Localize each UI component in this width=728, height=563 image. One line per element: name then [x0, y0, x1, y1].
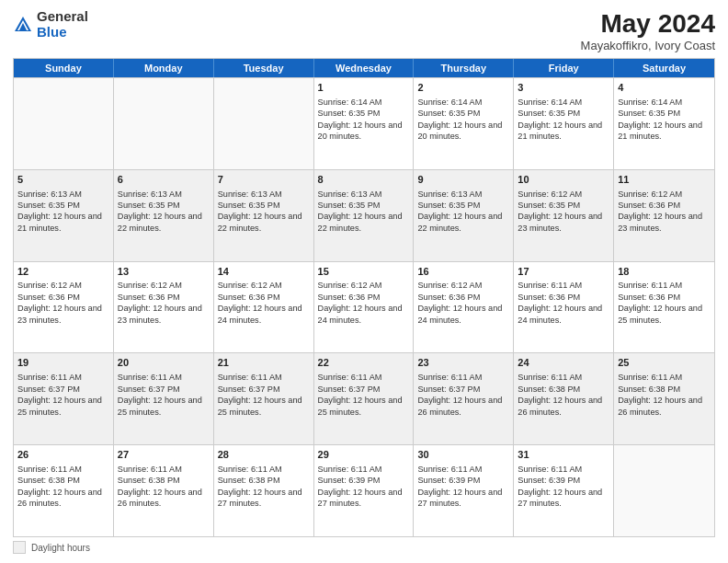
- day-number-2: 2: [417, 81, 509, 95]
- day-number-14: 14: [218, 265, 310, 279]
- day-info-16: Sunrise: 6:12 AM Sunset: 6:36 PM Dayligh…: [417, 281, 502, 324]
- week-row-3: 12Sunrise: 6:12 AM Sunset: 6:36 PM Dayli…: [14, 261, 714, 353]
- day-cell-2: 2Sunrise: 6:14 AM Sunset: 6:35 PM Daylig…: [414, 78, 514, 169]
- day-info-17: Sunrise: 6:11 AM Sunset: 6:36 PM Dayligh…: [518, 281, 602, 324]
- calendar: SundayMondayTuesdayWednesdayThursdayFrid…: [13, 58, 715, 537]
- empty-cell-w0c1: [114, 78, 214, 169]
- month-year: May 2024: [581, 9, 715, 39]
- day-info-29: Sunrise: 6:11 AM Sunset: 6:39 PM Dayligh…: [318, 465, 403, 508]
- day-info-11: Sunrise: 6:12 AM Sunset: 6:36 PM Dayligh…: [618, 190, 702, 233]
- day-number-11: 11: [618, 173, 711, 187]
- day-cell-11: 11Sunrise: 6:12 AM Sunset: 6:36 PM Dayli…: [614, 170, 714, 261]
- day-number-20: 20: [118, 356, 210, 370]
- location: Mayakoffikro, Ivory Coast: [581, 39, 715, 52]
- day-number-17: 17: [518, 265, 609, 279]
- day-info-26: Sunrise: 6:11 AM Sunset: 6:38 PM Dayligh…: [17, 465, 102, 508]
- header: General Blue May 2024 Mayakoffikro, Ivor…: [13, 9, 715, 52]
- day-info-30: Sunrise: 6:11 AM Sunset: 6:39 PM Dayligh…: [417, 465, 502, 508]
- day-info-18: Sunrise: 6:11 AM Sunset: 6:36 PM Dayligh…: [618, 281, 702, 324]
- footer-label: Daylight hours: [31, 543, 90, 553]
- day-cell-20: 20Sunrise: 6:11 AM Sunset: 6:37 PM Dayli…: [114, 353, 214, 444]
- day-cell-7: 7Sunrise: 6:13 AM Sunset: 6:35 PM Daylig…: [214, 170, 314, 261]
- day-info-14: Sunrise: 6:12 AM Sunset: 6:36 PM Dayligh…: [218, 281, 302, 324]
- day-cell-1: 1Sunrise: 6:14 AM Sunset: 6:35 PM Daylig…: [314, 78, 415, 169]
- day-cell-14: 14Sunrise: 6:12 AM Sunset: 6:36 PM Dayli…: [214, 262, 314, 353]
- day-number-27: 27: [118, 448, 210, 462]
- day-cell-25: 25Sunrise: 6:11 AM Sunset: 6:38 PM Dayli…: [614, 353, 714, 444]
- day-number-5: 5: [17, 173, 109, 187]
- day-number-22: 22: [318, 356, 410, 370]
- day-number-10: 10: [518, 173, 609, 187]
- day-cell-24: 24Sunrise: 6:11 AM Sunset: 6:38 PM Dayli…: [514, 353, 614, 444]
- day-cell-17: 17Sunrise: 6:11 AM Sunset: 6:36 PM Dayli…: [514, 262, 614, 353]
- day-number-31: 31: [518, 448, 609, 462]
- day-number-28: 28: [218, 448, 310, 462]
- week-row-5: 26Sunrise: 6:11 AM Sunset: 6:38 PM Dayli…: [14, 444, 714, 536]
- day-info-12: Sunrise: 6:12 AM Sunset: 6:36 PM Dayligh…: [17, 281, 102, 324]
- day-cell-27: 27Sunrise: 6:11 AM Sunset: 6:38 PM Dayli…: [114, 445, 214, 536]
- day-cell-18: 18Sunrise: 6:11 AM Sunset: 6:36 PM Dayli…: [614, 262, 714, 353]
- day-number-3: 3: [518, 81, 609, 95]
- day-cell-16: 16Sunrise: 6:12 AM Sunset: 6:36 PM Dayli…: [414, 262, 514, 353]
- logo-icon: [13, 15, 33, 35]
- col-header-monday: Monday: [114, 59, 214, 77]
- daylight-box: [13, 541, 26, 554]
- day-cell-21: 21Sunrise: 6:11 AM Sunset: 6:37 PM Dayli…: [214, 353, 314, 444]
- col-header-sunday: Sunday: [14, 59, 114, 77]
- day-cell-23: 23Sunrise: 6:11 AM Sunset: 6:37 PM Dayli…: [414, 353, 514, 444]
- day-number-23: 23: [417, 356, 509, 370]
- col-header-friday: Friday: [514, 59, 614, 77]
- calendar-header-row: SundayMondayTuesdayWednesdayThursdayFrid…: [14, 59, 714, 77]
- day-info-8: Sunrise: 6:13 AM Sunset: 6:35 PM Dayligh…: [318, 190, 403, 233]
- empty-cell-w0c0: [14, 78, 114, 169]
- day-cell-29: 29Sunrise: 6:11 AM Sunset: 6:39 PM Dayli…: [314, 445, 415, 536]
- day-info-21: Sunrise: 6:11 AM Sunset: 6:37 PM Dayligh…: [218, 373, 302, 416]
- day-number-15: 15: [318, 265, 410, 279]
- day-info-31: Sunrise: 6:11 AM Sunset: 6:39 PM Dayligh…: [518, 465, 602, 508]
- day-number-26: 26: [17, 448, 109, 462]
- week-row-1: 1Sunrise: 6:14 AM Sunset: 6:35 PM Daylig…: [14, 77, 714, 169]
- logo-general-text: General: [37, 9, 88, 25]
- day-info-5: Sunrise: 6:13 AM Sunset: 6:35 PM Dayligh…: [17, 190, 102, 233]
- day-cell-5: 5Sunrise: 6:13 AM Sunset: 6:35 PM Daylig…: [14, 170, 114, 261]
- footer: Daylight hours: [13, 541, 715, 554]
- day-number-24: 24: [518, 356, 609, 370]
- day-cell-3: 3Sunrise: 6:14 AM Sunset: 6:35 PM Daylig…: [514, 78, 614, 169]
- day-info-1: Sunrise: 6:14 AM Sunset: 6:35 PM Dayligh…: [318, 98, 403, 141]
- day-number-16: 16: [417, 265, 509, 279]
- day-number-18: 18: [618, 265, 711, 279]
- day-cell-28: 28Sunrise: 6:11 AM Sunset: 6:38 PM Dayli…: [214, 445, 314, 536]
- day-info-3: Sunrise: 6:14 AM Sunset: 6:35 PM Dayligh…: [518, 98, 602, 141]
- logo-text: General Blue: [37, 9, 88, 40]
- day-cell-9: 9Sunrise: 6:13 AM Sunset: 6:35 PM Daylig…: [414, 170, 514, 261]
- day-number-4: 4: [618, 81, 711, 95]
- day-info-4: Sunrise: 6:14 AM Sunset: 6:35 PM Dayligh…: [618, 98, 702, 141]
- col-header-thursday: Thursday: [414, 59, 514, 77]
- day-cell-15: 15Sunrise: 6:12 AM Sunset: 6:36 PM Dayli…: [314, 262, 415, 353]
- day-number-21: 21: [218, 356, 310, 370]
- day-number-12: 12: [17, 265, 109, 279]
- day-number-9: 9: [417, 173, 509, 187]
- day-info-27: Sunrise: 6:11 AM Sunset: 6:38 PM Dayligh…: [118, 465, 202, 508]
- day-cell-30: 30Sunrise: 6:11 AM Sunset: 6:39 PM Dayli…: [414, 445, 514, 536]
- day-info-22: Sunrise: 6:11 AM Sunset: 6:37 PM Dayligh…: [318, 373, 403, 416]
- empty-cell-w4c6: [614, 445, 714, 536]
- day-number-29: 29: [318, 448, 410, 462]
- day-info-28: Sunrise: 6:11 AM Sunset: 6:38 PM Dayligh…: [218, 465, 302, 508]
- day-number-6: 6: [118, 173, 210, 187]
- week-row-4: 19Sunrise: 6:11 AM Sunset: 6:37 PM Dayli…: [14, 352, 714, 444]
- page: General Blue May 2024 Mayakoffikro, Ivor…: [0, 0, 728, 563]
- empty-cell-w0c2: [214, 78, 314, 169]
- day-number-7: 7: [218, 173, 310, 187]
- logo: General Blue: [13, 9, 88, 40]
- day-info-15: Sunrise: 6:12 AM Sunset: 6:36 PM Dayligh…: [318, 281, 403, 324]
- day-number-13: 13: [118, 265, 210, 279]
- calendar-body: 1Sunrise: 6:14 AM Sunset: 6:35 PM Daylig…: [14, 77, 714, 536]
- col-header-tuesday: Tuesday: [214, 59, 314, 77]
- day-info-13: Sunrise: 6:12 AM Sunset: 6:36 PM Dayligh…: [118, 281, 202, 324]
- day-info-19: Sunrise: 6:11 AM Sunset: 6:37 PM Dayligh…: [17, 373, 102, 416]
- title-block: May 2024 Mayakoffikro, Ivory Coast: [581, 9, 715, 52]
- day-number-30: 30: [417, 448, 509, 462]
- day-info-6: Sunrise: 6:13 AM Sunset: 6:35 PM Dayligh…: [118, 190, 202, 233]
- day-info-24: Sunrise: 6:11 AM Sunset: 6:38 PM Dayligh…: [518, 373, 602, 416]
